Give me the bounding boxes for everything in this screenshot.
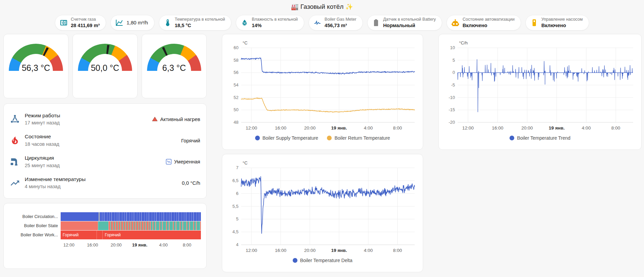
toggle-icon bbox=[530, 19, 538, 27]
flame-icon bbox=[10, 135, 20, 145]
entity-row-режим-работы[interactable]: Режим работы 17 минут назад Активный наг… bbox=[10, 109, 200, 129]
chip-boiler-gas-meter[interactable]: Boiler Gas Meter 456,73 m³ bbox=[309, 15, 363, 31]
svg-text:56: 56 bbox=[234, 70, 238, 75]
svg-text:8:00: 8:00 bbox=[611, 125, 620, 131]
temperature-delta-legend: Boiler Temperature Delta bbox=[227, 258, 418, 263]
entity-row-изменение-температуры[interactable]: Изменение температуры 4 минуты назад 0,0… bbox=[10, 173, 200, 193]
timeline-axis-tick: 4:00 bbox=[159, 242, 168, 248]
chip-label: Состояние автоматизации bbox=[462, 17, 515, 22]
counter-icon bbox=[60, 19, 68, 27]
entity-last-changed: 18 часов назад bbox=[25, 141, 181, 148]
chip-состояние-автоматизации[interactable]: Состояние автоматизации Включено bbox=[446, 15, 521, 31]
timeline-bar-boiler-boiler-work-[interactable]: ГорячийГорячий bbox=[61, 231, 201, 239]
gauge: 56,3 °C bbox=[9, 44, 63, 71]
svg-text:12:00: 12:00 bbox=[246, 248, 257, 253]
pulse-icon bbox=[313, 19, 321, 27]
chip-label: Boiler Gas Meter bbox=[325, 17, 356, 22]
chip-управление-насосом[interactable]: Управление насосом Включено bbox=[525, 15, 589, 31]
gauge-card-подача[interactable]: 56,3 °C Подача bbox=[3, 34, 68, 98]
entity-state-text: Умеренная bbox=[174, 159, 200, 164]
chart-down-icon bbox=[166, 159, 172, 165]
chip-датчик-в-котельной-battery[interactable]: Датчик в котельной Battery Нормальный bbox=[367, 15, 442, 31]
sparkles-emoji-icon: ✨ bbox=[345, 3, 353, 10]
timeline-axis-tick: 16:00 bbox=[87, 242, 98, 248]
sync-icon bbox=[10, 114, 20, 124]
timeline-bar-boiler-circulation-[interactable] bbox=[61, 212, 201, 221]
timeline-axis-tick: 8:00 bbox=[183, 242, 191, 248]
svg-text:58: 58 bbox=[234, 58, 238, 63]
chip-value: 14% bbox=[252, 22, 298, 28]
svg-text:19 янв.: 19 янв. bbox=[331, 248, 347, 253]
temperature-delta-chart[interactable]: 76,565,554,5412:0016:0020:0019 янв.4:008… bbox=[227, 159, 418, 255]
chips-row: Счетчик газа 28 411,69 m³ 1,80 m³/h Темп… bbox=[0, 15, 644, 31]
svg-text:0: 0 bbox=[453, 70, 455, 75]
svg-text:12:00: 12:00 bbox=[462, 125, 474, 131]
entity-state-text: Горячий bbox=[181, 138, 200, 143]
entities-card: Режим работы 17 минут назад Активный наг… bbox=[3, 103, 207, 199]
entity-state: Умеренная bbox=[166, 159, 200, 165]
legend-item-boiler-temperature-delta[interactable]: Boiler Temperature Delta bbox=[293, 258, 353, 263]
entity-row-состояние[interactable]: Состояние 18 часов назад Горячий bbox=[10, 130, 200, 151]
timeline-segment bbox=[100, 212, 201, 221]
timeline-segment-label: Горячий bbox=[63, 231, 79, 239]
temperature-delta-chart-card: 76,565,554,5412:0016:0020:0019 янв.4:008… bbox=[222, 154, 423, 272]
entity-row-циркуляция[interactable]: Циркуляция 25 минут назад Умеренная bbox=[10, 152, 200, 172]
svg-text:16:00: 16:00 bbox=[492, 125, 503, 131]
main-grid: 56,3 °C Подача 50,0 °C Обратка 6,3 °C Пе… bbox=[0, 31, 644, 272]
svg-text:8:00: 8:00 bbox=[393, 125, 402, 131]
svg-text:50: 50 bbox=[234, 107, 238, 112]
legend-label: Boiler Return Temperature bbox=[334, 135, 390, 141]
temperature-trend-chart[interactable]: 1050-5-10-15-2012:0016:0020:0019 янв.4:0… bbox=[443, 39, 637, 133]
chip-value: Включено bbox=[541, 22, 583, 28]
svg-text:-10: -10 bbox=[449, 95, 455, 100]
chip-счетчик-газа[interactable]: Счетчик газа 28 411,69 m³ bbox=[55, 15, 106, 31]
timeline-segment bbox=[97, 231, 102, 239]
legend-item-boiler-supply-temperature[interactable]: Boiler Supply Temperature bbox=[255, 135, 318, 141]
svg-text:-15: -15 bbox=[449, 107, 455, 112]
gauge-card-обратка[interactable]: 50,0 °C Обратка bbox=[72, 34, 138, 98]
timeline-segment-label: Горячий bbox=[105, 231, 121, 239]
legend-item-boiler-temperature-trend[interactable]: Boiler Temperature Trend bbox=[510, 135, 570, 141]
chip-label: Датчик в котельной Battery bbox=[383, 17, 436, 22]
gauge-value: 6,3 °C bbox=[147, 63, 201, 73]
legend-item-boiler-return-temperature[interactable]: Boiler Return Temperature bbox=[327, 135, 390, 141]
entity-name: Состояние bbox=[25, 133, 181, 140]
svg-text:7: 7 bbox=[236, 165, 238, 170]
trend-icon bbox=[10, 178, 20, 188]
timeline-bars: ГорячийГорячий 12:0016:0020:0019 янв.4:0… bbox=[61, 212, 201, 249]
chip-влажность-в-котельной[interactable]: Влажность в котельной 14% bbox=[236, 15, 304, 31]
dashboard-page: 🏭 Газовый котёл ✨ Счетчик газа 28 411,69… bbox=[0, 0, 644, 277]
chip-value: 18,5 °C bbox=[175, 22, 225, 28]
timeline-segment bbox=[61, 221, 98, 230]
timeline-bar-boiler-boiler-state[interactable] bbox=[61, 221, 201, 230]
chip-температура-в-котельной[interactable]: Температура в котельной 18,5 °C bbox=[159, 15, 231, 31]
entity-state-text: Активный нагрев bbox=[160, 116, 200, 122]
gauge-card-перепад[interactable]: 6,3 °C Перепад bbox=[142, 34, 207, 98]
timeline-axis-tick: 20:00 bbox=[111, 242, 122, 248]
svg-text:52: 52 bbox=[234, 95, 238, 100]
temperature-trend-chart-card: 1050-5-10-15-2012:0016:0020:0019 янв.4:0… bbox=[438, 34, 642, 150]
timeline-segment bbox=[108, 221, 150, 230]
entity-state: Горячий bbox=[181, 138, 200, 143]
svg-text:6,5: 6,5 bbox=[232, 178, 238, 183]
timeline-segment bbox=[150, 221, 201, 230]
svg-text:-20: -20 bbox=[449, 120, 455, 125]
svg-text:12:00: 12:00 bbox=[246, 125, 257, 131]
entity-name: Изменение температуры bbox=[25, 176, 182, 183]
timeline-segment bbox=[98, 221, 108, 230]
robot-icon bbox=[451, 19, 459, 27]
timeline-segment: Горячий bbox=[102, 231, 201, 239]
legend-label: Boiler Temperature Delta bbox=[300, 258, 353, 263]
battery-icon bbox=[372, 19, 380, 27]
svg-text:16:00: 16:00 bbox=[275, 125, 287, 131]
chip-1-80-m-h[interactable]: 1,80 m³/h bbox=[110, 15, 154, 31]
svg-text:60: 60 bbox=[234, 45, 238, 50]
gauge-value: 56,3 °C bbox=[9, 63, 63, 73]
entity-last-changed: 4 минуты назад bbox=[25, 183, 182, 190]
supply-return-chart[interactable]: 6058565452504812:0016:0020:0019 янв.4:00… bbox=[227, 39, 418, 133]
entity-name: Циркуляция bbox=[25, 154, 166, 162]
svg-text:19 янв.: 19 янв. bbox=[549, 125, 565, 131]
svg-text:4:00: 4:00 bbox=[364, 125, 373, 131]
entity-state: Активный нагрев bbox=[152, 116, 200, 122]
svg-text:20:00: 20:00 bbox=[304, 248, 316, 253]
